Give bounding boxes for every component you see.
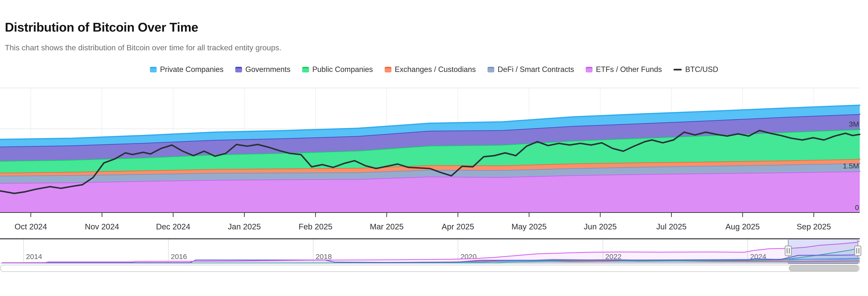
distribution-chart[interactable]: 01.5M3MOct 2024Nov 2024Dec 2024Jan 2025F…: [0, 83, 868, 296]
page-title: Distribution of Bitcoin Over Time: [5, 20, 198, 34]
legend-item-label: DeFi / Smart Contracts: [498, 65, 574, 74]
governments-swatch-icon: [235, 67, 242, 73]
x-axis-label: Feb 2025: [299, 222, 332, 231]
x-axis-label: Jan 2025: [228, 222, 261, 231]
y-axis-label: 0: [855, 204, 859, 211]
x-axis-label: Jul 2025: [656, 222, 687, 231]
legend-item-defi-smart-contracts[interactable]: DeFi / Smart Contracts: [488, 65, 574, 74]
x-axis-label: Aug 2025: [725, 222, 760, 231]
navigator-year-label: 2016: [171, 252, 187, 261]
handle-grip-icon: [785, 246, 792, 255]
x-axis-label: Dec 2024: [156, 222, 190, 231]
navigator-top-border: [0, 238, 860, 239]
legend-item-btc-usd[interactable]: BTC/USD: [674, 65, 718, 74]
public-companies-swatch-icon: [302, 67, 309, 73]
page-subtitle: This chart shows the distribution of Bit…: [5, 43, 281, 52]
legend-item-private-companies[interactable]: Private Companies: [150, 65, 224, 74]
private-companies-swatch-icon: [150, 67, 157, 73]
scrollbar-thumb[interactable]: [789, 266, 859, 271]
x-axis-label: Mar 2025: [370, 222, 404, 231]
legend-item-exchanges-custodians[interactable]: Exchanges / Custodians: [385, 65, 476, 74]
etfs-other-funds-swatch-icon: [586, 67, 592, 73]
navigator-selected-range[interactable]: [788, 239, 858, 263]
defi-smart-contracts-swatch-icon: [488, 67, 494, 73]
chart-legend: Private CompaniesGovernmentsPublic Compa…: [0, 65, 868, 74]
x-axis-label: Apr 2025: [442, 222, 474, 231]
x-axis-label: Nov 2024: [85, 222, 119, 231]
x-axis: Oct 2024Nov 2024Dec 2024Jan 2025Feb 2025…: [0, 212, 860, 231]
scrollbar-track[interactable]: [0, 265, 860, 272]
y-axis-label: 1.5M: [843, 162, 859, 170]
legend-item-label: Private Companies: [160, 65, 224, 74]
bitcoin-distribution-page: { "header": { "title": "Distribution of …: [0, 0, 868, 296]
btc-usd-swatch-icon: [674, 69, 682, 71]
handle-grip-icon: [855, 246, 861, 255]
legend-item-label: BTC/USD: [685, 65, 718, 74]
scrollbar[interactable]: [0, 265, 860, 272]
x-axis-label: Jun 2025: [584, 222, 617, 231]
legend-item-public-companies[interactable]: Public Companies: [302, 65, 373, 74]
exchanges-custodians-swatch-icon: [385, 67, 392, 73]
legend-item-label: ETFs / Other Funds: [596, 65, 662, 74]
navigator-year-label: 2018: [315, 252, 332, 261]
legend-item-label: Governments: [245, 65, 290, 74]
x-axis-label: Oct 2024: [14, 222, 47, 231]
legend-item-label: Exchanges / Custodians: [395, 65, 476, 74]
y-axis-label: 3M: [849, 120, 859, 128]
legend-item-governments[interactable]: Governments: [235, 65, 290, 74]
legend-item-label: Public Companies: [312, 65, 373, 74]
main-plot-area[interactable]: [0, 105, 860, 212]
x-axis-label: May 2025: [512, 222, 547, 231]
navigator-year-label: 2014: [26, 252, 42, 261]
x-axis-label: Sep 2025: [797, 222, 831, 231]
navigator[interactable]: 201420162018202020222024: [0, 238, 861, 264]
legend-item-etfs-other-funds[interactable]: ETFs / Other Funds: [586, 65, 662, 74]
